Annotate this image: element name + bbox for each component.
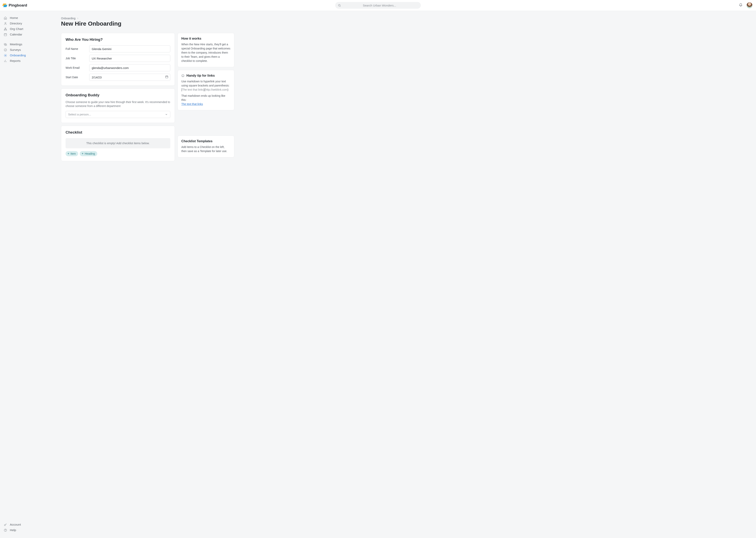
- sidebar-item-surveys[interactable]: Surveys: [0, 47, 42, 53]
- card-hiring: Who Are You Hiring? Full Name Job Title …: [61, 33, 175, 86]
- field-label: Job Title: [66, 57, 85, 60]
- sidebar-item-label: Onboarding: [10, 54, 26, 57]
- tip-example-link[interactable]: The text that links: [181, 102, 203, 106]
- left-column: Who Are You Hiring? Full Name Job Title …: [61, 33, 175, 161]
- key-icon: [4, 523, 7, 526]
- topbar-right: [739, 2, 752, 8]
- sidebar-item-label: Reports: [10, 59, 21, 63]
- field-start-date: Start Date: [66, 74, 170, 81]
- svg-rect-4: [4, 29, 5, 30]
- field-label: Start Date: [66, 76, 85, 79]
- chevron-down-icon: [165, 113, 168, 116]
- start-date-input[interactable]: [89, 74, 170, 81]
- sidebar-item-label: Calendar: [10, 33, 22, 36]
- bell-icon: [739, 3, 743, 7]
- svg-rect-3: [5, 28, 6, 28]
- buddy-select[interactable]: Select a person...: [66, 111, 170, 118]
- aside-body: Add items to a Checklist on the left, th…: [181, 145, 231, 153]
- svg-point-13: [5, 531, 6, 531]
- field-label: Full Name: [66, 47, 85, 50]
- field-full-name: Full Name: [66, 45, 170, 52]
- svg-line-1: [340, 6, 341, 7]
- sidebar-item-account[interactable]: Account: [0, 522, 42, 527]
- sidebar-item-home[interactable]: Home: [0, 15, 42, 21]
- section-title: Who Are You Hiring?: [66, 37, 170, 42]
- sidebar-item-label: Help: [10, 528, 16, 532]
- breadcrumb-root[interactable]: Onboarding: [61, 17, 75, 20]
- work-email-input[interactable]: [89, 64, 170, 71]
- calendar-icon[interactable]: [165, 75, 168, 79]
- svg-point-2: [5, 22, 6, 24]
- card-onboarding-buddy: Onboarding Buddy Choose someone to guide…: [61, 88, 175, 123]
- field-job-title: Job Title: [66, 55, 170, 62]
- sidebar-item-directory[interactable]: Directory: [0, 21, 42, 26]
- sidebar-item-help[interactable]: Help: [0, 527, 42, 533]
- add-item-button[interactable]: Item: [66, 151, 78, 156]
- svg-rect-14: [165, 76, 168, 78]
- brand-name: Pingboard: [9, 3, 27, 8]
- breadcrumb: Onboarding: [61, 17, 234, 20]
- search-input[interactable]: [341, 4, 418, 7]
- right-column: How it works When the New Hire starts, t…: [178, 33, 234, 157]
- full-name-input[interactable]: [89, 45, 170, 52]
- user-avatar[interactable]: [746, 2, 752, 8]
- sidebar-item-orgchart[interactable]: Org Chart: [0, 26, 42, 32]
- job-title-input[interactable]: [89, 55, 170, 62]
- aside-title: How it works: [181, 37, 231, 40]
- info-icon: [181, 74, 184, 77]
- search-icon: [338, 4, 341, 7]
- sidebar-item-calendar[interactable]: Calendar: [0, 32, 42, 37]
- aside-title: Handy tip for links: [186, 74, 215, 78]
- svg-rect-5: [6, 29, 7, 30]
- sidebar-item-label: Surveys: [10, 48, 21, 52]
- section-title: Onboarding Buddy: [66, 93, 170, 97]
- topbar: Pingboard: [0, 0, 756, 11]
- sidebar-item-reports[interactable]: Reports: [0, 58, 42, 64]
- svg-point-10: [5, 55, 6, 56]
- main-content: Onboarding New Hire Onboarding Who Are Y…: [42, 11, 756, 538]
- aside-title: Checklist Templates: [181, 139, 231, 143]
- global-search[interactable]: [335, 2, 421, 9]
- card-tip-links: Handy tip for links Use markdown to hype…: [178, 70, 234, 110]
- plus-icon: [81, 152, 84, 155]
- plus-icon: [67, 152, 70, 155]
- aside-body: When the New Hire starts, they'll get a …: [181, 42, 231, 63]
- svg-point-0: [338, 4, 340, 6]
- field-work-email: Work Email: [66, 64, 170, 71]
- notifications-button[interactable]: [739, 3, 743, 8]
- checklist-empty-message: This checklist is empty! Add checklist i…: [66, 138, 170, 148]
- home-icon: [4, 16, 7, 20]
- brand-logo-icon: [3, 4, 7, 7]
- sidebar-item-label: Home: [10, 16, 18, 20]
- card-how-it-works: How it works When the New Hire starts, t…: [178, 33, 234, 67]
- svg-rect-6: [4, 33, 7, 36]
- tip-line1: Use markdown to hyperlink your text usin…: [181, 80, 231, 88]
- calendar-icon: [4, 33, 7, 36]
- sidebar-item-label: Directory: [10, 22, 22, 25]
- svg-point-11: [4, 524, 5, 526]
- sidebar-item-meetings[interactable]: Meetings: [0, 41, 42, 47]
- chip-label: Item: [71, 152, 76, 155]
- svg-point-9: [4, 49, 7, 51]
- card-checklist: Checklist This checklist is empty! Add c…: [61, 126, 175, 161]
- help-icon: [4, 528, 7, 532]
- sidebar-item-onboarding[interactable]: Onboarding: [0, 53, 42, 58]
- sidebar-item-label: Account: [10, 523, 21, 526]
- brand[interactable]: Pingboard: [3, 3, 27, 8]
- tip-line2: That markdown ends up looking like this:: [181, 94, 231, 102]
- card-checklist-templates: Checklist Templates Add items to a Check…: [178, 135, 234, 157]
- field-label: Work Email: [66, 66, 85, 69]
- tip-example: [The text that links](http://weblink.com…: [181, 88, 231, 92]
- add-heading-button[interactable]: Heading: [80, 151, 97, 156]
- meetings-icon: [4, 43, 7, 46]
- sidebar-item-label: Meetings: [10, 42, 22, 46]
- help-text: Choose someone to guide your new hire th…: [66, 100, 170, 108]
- orgchart-icon: [4, 27, 7, 31]
- sidebar: Home Directory Org Chart Calendar Meetin…: [0, 11, 42, 538]
- chevron-right-icon: [76, 17, 79, 20]
- surveys-icon: [4, 48, 7, 52]
- person-icon: [4, 22, 7, 25]
- select-placeholder: Select a person...: [68, 113, 91, 116]
- onboarding-icon: [4, 54, 7, 57]
- reports-icon: [4, 59, 7, 63]
